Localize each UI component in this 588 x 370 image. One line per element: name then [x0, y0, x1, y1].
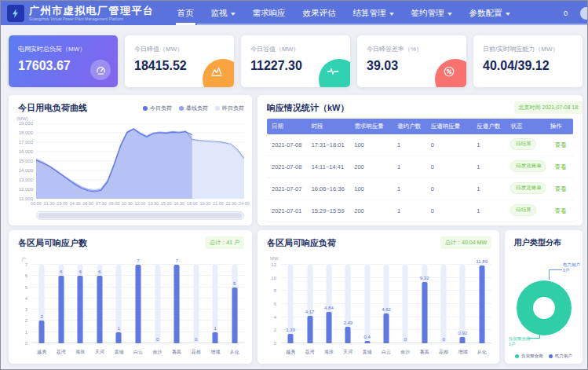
y-tick: 12,000 — [19, 187, 33, 192]
bar-background — [155, 265, 160, 343]
y-tick: 13,000 — [19, 178, 33, 182]
bar-value-label: 2.49 — [343, 321, 352, 325]
bar-column-荔湾: 6 — [52, 265, 71, 343]
legend-item-2[interactable]: 昨日负荷 — [215, 104, 244, 112]
y-tick: 17,000 — [19, 140, 33, 145]
cell-responded: 0 — [426, 207, 473, 214]
y-axis-labels: 024681012 — [262, 265, 276, 343]
bar — [232, 288, 237, 343]
avatar[interactable] — [580, 7, 588, 20]
y-tick: 2 — [274, 328, 276, 332]
bar — [174, 265, 180, 343]
kpi-card-1: 今日峰值（MW）18415.52 — [125, 35, 234, 87]
nav-item-label: 首页 — [177, 8, 194, 19]
category-label: 花都 — [434, 349, 453, 356]
category-label: 增城 — [206, 349, 225, 356]
y-tick: 19,000 — [19, 121, 33, 126]
pie-legend: 负荷聚合商电力用户 — [505, 354, 583, 359]
donut-hole — [533, 297, 555, 319]
y-tick: 12 — [271, 262, 276, 267]
bar-value-label: 1 — [214, 326, 217, 331]
category-label: 增城 — [453, 349, 472, 356]
x-tick: 10:30 — [122, 201, 133, 206]
nav-item-5[interactable]: 签约管理 — [403, 1, 461, 25]
chevron-down-icon — [389, 13, 394, 16]
legend-dot — [179, 106, 184, 111]
cell-period: 17:31~18:01 — [307, 141, 350, 148]
bar — [78, 276, 83, 343]
total-badge: 总计：41 户 — [205, 236, 244, 249]
nav-menu: 首页监视需求响应效果评估结算管理签约管理参数配置 — [169, 1, 519, 25]
category-label: 番禺 — [415, 349, 434, 356]
nav-item-1[interactable]: 监视 — [203, 1, 244, 25]
legend-item-1[interactable]: 基线负荷 — [179, 104, 208, 112]
app-title: 广州市虚拟电厂管理平台 — [29, 5, 155, 16]
category-label: 从化 — [473, 349, 491, 356]
app-logo — [7, 5, 24, 22]
col-header: 状态 — [506, 123, 546, 130]
bar-background — [364, 265, 370, 343]
view-link[interactable]: 查看 — [550, 163, 567, 170]
legend-dot — [549, 354, 553, 358]
x-tick: 18:00 — [187, 201, 198, 206]
legend-item-0[interactable]: 今日负荷 — [143, 104, 172, 112]
y-tick: 7 — [25, 262, 27, 267]
bar-columns: 1.394.174.842.490.44.6209.3200.9211.89 — [281, 265, 491, 343]
y-tick: 3 — [25, 307, 27, 312]
bar-value-label: 0 — [195, 337, 197, 342]
y-tick: 6 — [25, 273, 27, 278]
x-axis-labels: 越秀荔湾海珠天河黄埔白云南沙番禺花都增城从化 — [32, 349, 244, 356]
col-header: 应邀户数 — [472, 123, 506, 130]
bar — [307, 316, 312, 343]
status-badge: 待结算 — [510, 138, 536, 150]
datazoom-handle[interactable] — [38, 213, 242, 218]
y-tick: 8 — [274, 288, 276, 293]
kpi-label: 日前/实时响应能力（MW） — [483, 45, 573, 53]
category-label: 越秀 — [281, 349, 300, 356]
bar-value-label: 1 — [118, 326, 120, 331]
donut-chart — [517, 280, 572, 335]
cell-status: 待结算 — [506, 204, 546, 218]
bar-value-label: 0.92 — [458, 331, 468, 335]
nav-item-6[interactable]: 参数配置 — [461, 1, 519, 25]
pie-legend-item-0[interactable]: 负荷聚合商 — [515, 354, 543, 359]
pie-label-value: 0户 — [563, 268, 580, 273]
nav-item-2[interactable]: 需求响应 — [244, 1, 294, 25]
notification-count[interactable]: 0 — [564, 9, 568, 17]
kpi-card-4: 日前/实时响应能力（MW）40.04/39.12 — [473, 35, 583, 87]
cell-period: 14:11~14:41 — [307, 163, 350, 170]
bolt-icon — [10, 8, 21, 19]
legend-dot — [143, 106, 148, 111]
pie-label-name: 电力用户 — [563, 262, 580, 268]
nav-item-4[interactable]: 结算管理 — [345, 1, 403, 25]
bar — [422, 282, 427, 343]
bar-column-花都: 0 — [186, 265, 206, 343]
bar — [288, 334, 294, 343]
panel-title: 响应情况统计（kW） — [267, 102, 349, 114]
datazoom-slider[interactable] — [36, 211, 244, 220]
bar-column-从化: 5 — [225, 265, 244, 343]
pie-label-aggregator: 负荷聚合商 1户 — [509, 336, 531, 346]
nav-item-label: 参数配置 — [469, 8, 502, 19]
pie-legend-item-1[interactable]: 电力用户 — [549, 354, 572, 359]
cell-action: 查看 — [546, 163, 573, 171]
bar — [345, 327, 351, 343]
view-link[interactable]: 查看 — [550, 141, 567, 148]
view-link[interactable]: 查看 — [550, 185, 567, 192]
y-tick: 0 — [274, 341, 276, 346]
x-tick: 03:00 — [57, 201, 68, 206]
view-link[interactable]: 查看 — [550, 207, 567, 214]
bar-value-label: 11.89 — [476, 259, 488, 264]
nav-item-0[interactable]: 首页 — [169, 1, 203, 25]
table-row: 2021-07-0115:29~15:59200101待结算查看 — [267, 200, 573, 222]
nav-item-label: 效果评估 — [303, 8, 336, 19]
pie-label-power-user: 电力用户 0户 — [563, 262, 580, 273]
nav-item-3[interactable]: 效果评估 — [294, 1, 345, 25]
bar-value-label: 0 — [404, 337, 407, 342]
bar-value-label: 2 — [41, 314, 43, 319]
legend-label: 负荷聚合商 — [521, 354, 543, 359]
cell-resp_users: 1 — [472, 141, 506, 148]
total-badge: 总计：40.04 MW — [440, 236, 491, 249]
y-axis-labels: 01234567 — [13, 265, 27, 343]
category-label: 海珠 — [320, 349, 338, 356]
